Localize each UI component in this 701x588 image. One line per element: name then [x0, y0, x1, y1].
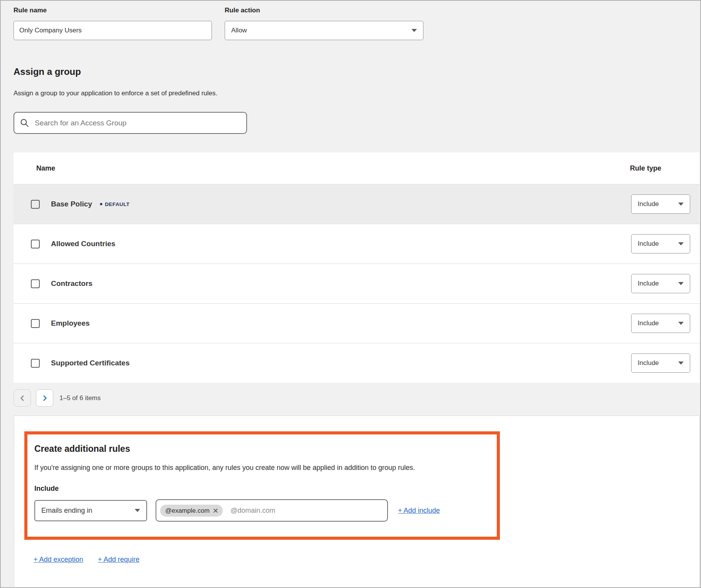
group-name: Allowed Countries [51, 240, 115, 248]
rule-type-select[interactable]: Include [631, 274, 690, 293]
pagination-label: 1–5 of 6 items [59, 394, 101, 402]
rule-selector-dropdown[interactable]: Emails ending in [34, 500, 147, 521]
chevron-down-icon [678, 282, 684, 285]
add-include-link[interactable]: + Add include [398, 507, 440, 515]
create-rules-description: If you're assigning one or more groups t… [34, 464, 489, 472]
assign-group-description: Assign a group to your application to en… [14, 90, 217, 97]
row-checkbox[interactable] [31, 200, 40, 209]
group-name: Employees [51, 319, 90, 328]
rule-name-input[interactable] [14, 21, 212, 40]
chevron-down-icon [678, 322, 684, 325]
rule-action-field: Rule action Allow [225, 7, 423, 40]
table-header: Name Rule type [14, 152, 699, 184]
group-name: Contractors [51, 279, 93, 288]
remove-chip-icon[interactable] [213, 509, 218, 513]
chevron-right-icon [42, 395, 47, 401]
rule-type-select[interactable]: Include [631, 353, 690, 373]
rule-name-field: Rule name [14, 7, 212, 40]
table-row: Allowed Countries Include [14, 224, 699, 264]
create-rules-heading: Create additional rules [34, 444, 489, 454]
assign-group-heading: Assign a group [14, 66, 81, 77]
include-label: Include [34, 485, 489, 493]
table-row: Supported Certificates Include [14, 343, 699, 383]
next-page-button[interactable] [36, 389, 53, 407]
table-row: Employees Include [14, 303, 699, 343]
access-group-search [14, 112, 247, 134]
search-icon [20, 118, 29, 128]
add-exception-link[interactable]: + Add exception [34, 556, 83, 564]
column-header-name: Name [36, 164, 55, 172]
chevron-down-icon [411, 29, 417, 32]
search-input[interactable] [34, 118, 241, 128]
email-domain-input-box: @example.com [156, 499, 388, 522]
row-checkbox[interactable] [31, 240, 40, 248]
chevron-left-icon [20, 395, 25, 401]
rule-selector-value: Emails ending in [41, 507, 92, 515]
rule-links-row: + Add exception + Add require [34, 556, 139, 564]
chip-label: @example.com [165, 507, 210, 514]
table-row: Contractors Include [14, 264, 699, 303]
default-badge: DEFAULT [100, 201, 130, 207]
rule-action-label: Rule action [225, 7, 423, 14]
chevron-down-icon [135, 509, 140, 512]
rule-name-label: Rule name [14, 7, 212, 14]
row-checkbox[interactable] [31, 279, 40, 288]
rule-type-select[interactable]: Include [631, 234, 690, 253]
row-checkbox[interactable] [31, 319, 40, 328]
group-name: Base Policy [51, 200, 92, 208]
additional-rules-card: Create additional rules If you're assign… [14, 416, 699, 588]
rule-action-select[interactable]: Allow [225, 21, 423, 40]
add-require-link[interactable]: + Add require [98, 556, 140, 564]
table-row: Base Policy DEFAULT Include [14, 184, 699, 224]
rule-type-select[interactable]: Include [631, 194, 690, 214]
row-checkbox[interactable] [31, 359, 40, 368]
access-groups-table: Name Rule type Base Policy DEFAULT Inclu… [14, 152, 699, 383]
previous-page-button[interactable] [14, 389, 31, 407]
email-domain-input[interactable] [230, 506, 383, 515]
group-name: Supported Certificates [51, 359, 130, 367]
chevron-down-icon [678, 362, 684, 365]
highlighted-create-rules-section: Create additional rules If you're assign… [24, 431, 500, 540]
chevron-down-icon [678, 242, 684, 245]
include-rule-row: Emails ending in @example.com + Add incl… [34, 499, 489, 522]
pagination: 1–5 of 6 items [14, 389, 101, 407]
email-domain-chip: @example.com [160, 505, 223, 517]
bullet-icon [100, 203, 102, 205]
rule-type-select[interactable]: Include [631, 314, 690, 333]
rule-action-value: Allow [231, 27, 247, 34]
column-header-rule-type: Rule type [630, 164, 661, 172]
chevron-down-icon [678, 203, 684, 206]
